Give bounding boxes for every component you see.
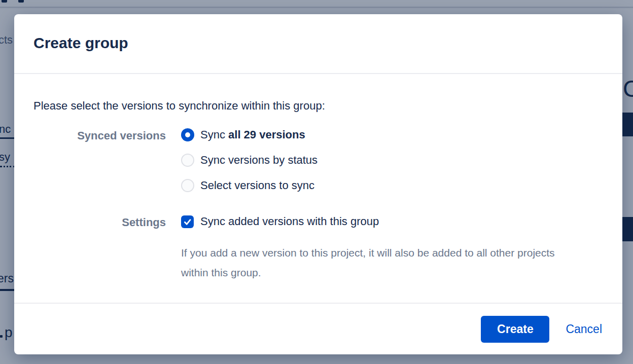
radio-label-bold: all 29 versions [228,128,305,141]
radio-option-label[interactable]: Sync versions by status [200,154,318,167]
modal-body: Please select the versions to synchroniz… [14,99,622,282]
checkmark-icon [183,217,192,226]
sync-added-versions-option[interactable]: Sync added versions with this group [181,215,379,228]
settings-label: Settings [33,215,166,229]
intro-text: Please select the versions to synchroniz… [33,99,622,113]
radio-label-prefix: Sync [200,128,228,141]
settings-controls: Sync added versions with this group [181,215,379,228]
checkbox-checked-icon[interactable] [181,215,194,228]
radio-checked-icon[interactable] [181,128,194,141]
radio-option-label[interactable]: Sync all 29 versions [200,128,305,141]
radio-option-label[interactable]: Select versions to sync [200,179,314,192]
radio-unchecked-icon[interactable] [181,179,194,192]
checkbox-label[interactable]: Sync added versions with this group [200,215,379,228]
create-group-modal: Create group Please select the versions … [14,14,622,354]
synced-versions-row: Synced versions Sync all 29 versions Syn… [33,128,622,192]
settings-row: Settings Sync added versions with this g… [33,215,622,229]
modal-title: Create group [33,34,622,52]
create-button[interactable]: Create [481,316,549,343]
radio-unchecked-icon[interactable] [181,154,194,167]
synced-versions-radio-group: Sync all 29 versions Sync versions by st… [181,128,318,192]
modal-header: Create group [14,14,622,74]
radio-option-sync-by-status[interactable]: Sync versions by status [181,154,318,167]
synced-versions-label: Synced versions [33,128,166,142]
radio-option-select-versions[interactable]: Select versions to sync [181,179,318,192]
radio-option-sync-all[interactable]: Sync all 29 versions [181,128,318,141]
cancel-button[interactable]: Cancel [566,322,602,336]
modal-footer: Create Cancel [14,303,622,354]
settings-description: If you add a new version to this project… [181,243,564,282]
